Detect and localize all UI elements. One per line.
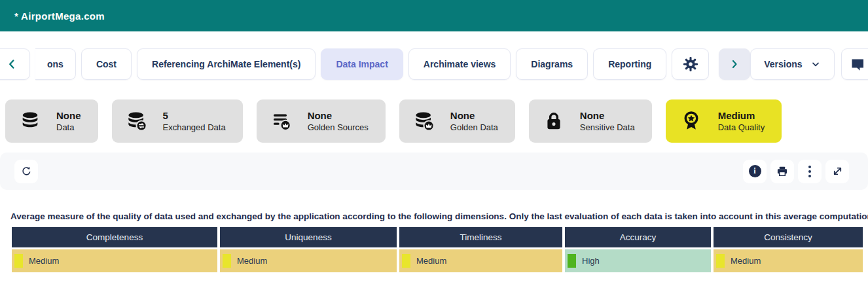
column-header-accuracy: Accuracy xyxy=(565,227,711,247)
comments-button[interactable] xyxy=(841,48,868,80)
database-crown-icon xyxy=(414,111,435,132)
card-value: None xyxy=(308,109,369,122)
cell-uniqueness[interactable]: Medium xyxy=(220,249,397,272)
tab-label: Reporting xyxy=(608,59,651,69)
table-row: Medium Medium Medium High Medium xyxy=(12,249,863,272)
level-swatch-medium xyxy=(402,254,410,268)
tabs-scroll-left-button[interactable] xyxy=(0,48,30,80)
app-title: * AirportMega.com xyxy=(14,10,105,22)
level-swatch-medium xyxy=(14,254,23,268)
card-label: Data xyxy=(56,122,81,133)
cell-value: High xyxy=(582,256,600,266)
print-icon xyxy=(776,165,789,178)
tab-label: Cost xyxy=(96,59,117,69)
column-header-timeliness: Timeliness xyxy=(399,227,562,247)
card-label: Golden Data xyxy=(450,122,498,133)
cell-consistency[interactable]: Medium xyxy=(714,249,863,272)
tab-bar: ons Cost Referencing ArchiMate Element(s… xyxy=(0,48,868,80)
card-sensitive-data[interactable]: None Sensitive Data xyxy=(529,99,652,143)
widget-menu-button[interactable] xyxy=(798,160,822,183)
cell-completeness[interactable]: Medium xyxy=(12,249,217,272)
level-swatch-medium xyxy=(223,254,231,268)
data-quality-description: Average measure of the quality of data u… xyxy=(10,211,858,221)
data-quality-table: Completeness Uniqueness Timeliness Accur… xyxy=(12,227,863,272)
chevron-right-icon xyxy=(728,58,741,71)
page: * AirportMega.com ons Cost Referencing A… xyxy=(0,0,868,288)
card-label: Sensitive Data xyxy=(580,122,635,133)
kebab-menu-icon xyxy=(808,166,811,177)
tab-archimate-views[interactable]: Archimate views xyxy=(408,48,511,80)
refresh-icon xyxy=(20,165,33,177)
app-header: * AirportMega.com xyxy=(0,0,868,31)
column-header-completeness: Completeness xyxy=(12,227,217,247)
cell-accuracy[interactable]: High xyxy=(565,249,711,272)
card-data-quality[interactable]: Medium Data Quality xyxy=(666,99,782,143)
cell-value: Medium xyxy=(29,256,59,266)
level-swatch-medium xyxy=(716,254,725,268)
tab-label: Data Impact xyxy=(336,59,388,69)
chevron-left-icon xyxy=(5,57,19,71)
versions-label: Versions xyxy=(764,59,802,69)
cell-value: Medium xyxy=(237,256,267,266)
cell-timeliness[interactable]: Medium xyxy=(399,249,562,272)
info-icon: i xyxy=(749,165,761,177)
tabs-scroll-right-button[interactable] xyxy=(719,48,750,80)
cell-value: Medium xyxy=(416,256,446,266)
versions-dropdown[interactable]: Versions xyxy=(750,48,834,80)
chevron-down-icon xyxy=(810,59,821,69)
tab-settings-button[interactable] xyxy=(672,48,709,80)
card-data[interactable]: None Data xyxy=(5,99,98,143)
chat-icon xyxy=(850,56,865,72)
tab-cut-off[interactable]: ons xyxy=(35,48,76,80)
tab-diagrams[interactable]: Diagrams xyxy=(516,48,588,80)
tab-label: ons xyxy=(47,59,63,69)
stat-cards: None Data 5 Exchanged Data xyxy=(5,99,863,143)
card-value: 5 xyxy=(163,109,226,122)
widget-toolbar: i xyxy=(0,153,868,190)
card-exchanged-data[interactable]: 5 Exchanged Data xyxy=(112,99,243,143)
expand-icon xyxy=(831,165,844,177)
card-value: None xyxy=(580,109,635,122)
database-icon xyxy=(20,111,41,132)
list-crown-icon xyxy=(271,111,292,132)
column-header-consistency: Consistency xyxy=(714,227,863,247)
refresh-button[interactable] xyxy=(14,160,38,183)
tab-data-impact[interactable]: Data Impact xyxy=(321,48,403,80)
cell-value: Medium xyxy=(731,256,761,266)
table-header-row: Completeness Uniqueness Timeliness Accur… xyxy=(12,227,863,247)
tab-label: Archimate views xyxy=(424,59,496,69)
tab-label: Referencing ArchiMate Element(s) xyxy=(152,59,300,69)
card-value: None xyxy=(450,109,498,122)
card-label: Exchanged Data xyxy=(163,122,226,133)
print-button[interactable] xyxy=(770,160,794,183)
expand-button[interactable] xyxy=(825,160,849,183)
card-label: Data Quality xyxy=(718,122,765,133)
card-value: None xyxy=(56,109,81,122)
database-exchange-icon xyxy=(126,111,147,132)
column-header-uniqueness: Uniqueness xyxy=(220,227,397,247)
card-golden-data[interactable]: None Golden Data xyxy=(399,99,515,143)
level-swatch-high xyxy=(568,254,576,268)
lock-icon xyxy=(543,111,564,132)
medal-icon xyxy=(680,110,702,132)
info-button[interactable]: i xyxy=(743,160,767,183)
gear-icon xyxy=(682,56,699,73)
tab-label: Diagrams xyxy=(531,59,573,69)
tab-reporting[interactable]: Reporting xyxy=(593,48,666,80)
card-label: Golden Sources xyxy=(308,122,369,133)
card-golden-sources[interactable]: None Golden Sources xyxy=(257,99,386,143)
tab-cost[interactable]: Cost xyxy=(81,48,132,80)
tab-referencing-archimate-elements[interactable]: Referencing ArchiMate Element(s) xyxy=(137,48,316,80)
card-value: Medium xyxy=(718,109,765,122)
